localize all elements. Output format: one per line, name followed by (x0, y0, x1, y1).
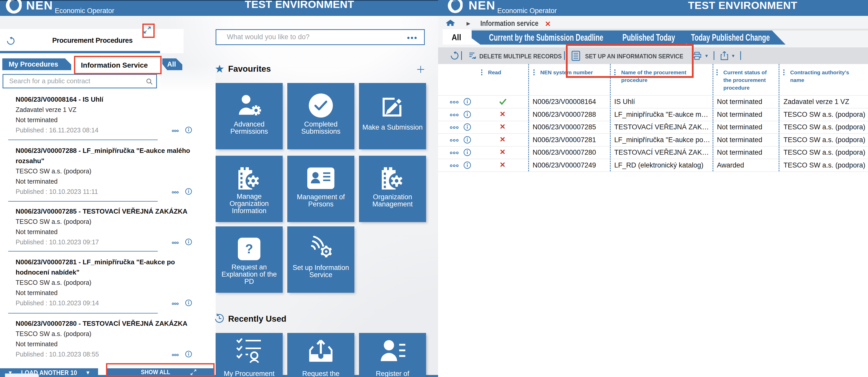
svg-text:?: ? (245, 242, 253, 256)
